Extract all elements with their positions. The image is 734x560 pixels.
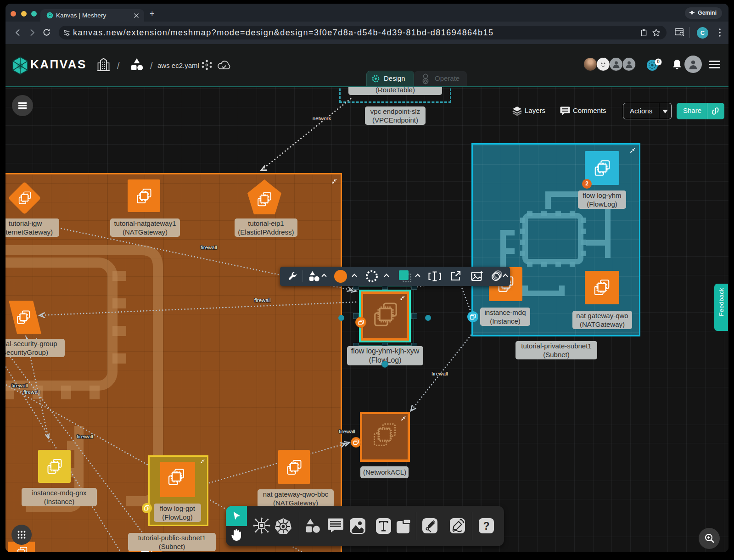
svg-text:?: ?	[483, 520, 489, 532]
svg-text:0: 0	[657, 59, 660, 64]
